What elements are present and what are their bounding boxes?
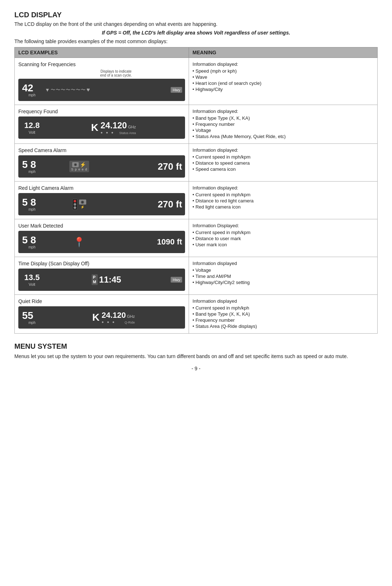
lcd-intro: The LCD display on the front of the unit… xyxy=(14,21,378,27)
lcd-cam-area: ⚡ S p e e d xyxy=(43,161,114,172)
lcd-display-user-mark: 5 8 mph 📍 1090 ft xyxy=(18,231,185,253)
user-mark-pin-icon: 📍 xyxy=(73,237,85,248)
lcd-speed-unit: mph xyxy=(28,207,35,211)
lcd-speed-unit: mph xyxy=(28,170,35,174)
lcd-distance-value: 270 ft xyxy=(158,161,182,172)
wave-icon: 〜〜〜〜〜〜〜 xyxy=(51,87,86,93)
lcd-display-frequency: 12.8 Volt K 24.120 GHz ● ● ● Status Area xyxy=(18,116,185,139)
arrow-down-icon: ▼ xyxy=(45,87,50,93)
row-label-time_display: Time Display (Scan Display Off) xyxy=(18,261,185,266)
table-intro: The following table provides examples of… xyxy=(14,38,378,44)
list-item: Status Area (Mute Memory, Quiet Ride, et… xyxy=(193,134,374,139)
speed-camera-icon: ⚡ S p e e d xyxy=(69,161,89,172)
lcd-distance-area: 270 ft xyxy=(114,161,182,172)
traffic-light-yellow xyxy=(74,203,76,206)
heart-icon: ♥ xyxy=(87,87,90,93)
lcd-speed-area: 42mph xyxy=(21,83,43,97)
lcd-display-speed-camera: 5 8 mph ⚡ S p e e d xyxy=(18,155,185,178)
lcd-wave-content: ▼ 〜〜〜〜〜〜〜 ♥ xyxy=(45,87,90,93)
lcd-speed-area: 5 8 mph xyxy=(21,235,43,249)
list-item: Speed (mph or kph) xyxy=(193,68,374,74)
lcd-volt-area: 12.8 Volt xyxy=(21,121,43,134)
row-label-speed_camera: Speed Camera Alarm xyxy=(18,147,185,153)
lcd-cell-user_mark: User Mark Detected 5 8 mph 📍 1090 ft xyxy=(15,219,189,257)
lcd-display-redlight: 5 8 mph ⚡ xyxy=(18,193,185,215)
list-item: Highway/City/City2 setting xyxy=(193,280,374,285)
traffic-light-red xyxy=(74,200,76,202)
meaning-list-frequency: Band type Type (X, K, KA)Frequency numbe… xyxy=(193,115,374,139)
lcd-speed-value: 55 xyxy=(22,311,42,321)
lcd-cell-scanning: Scanning for FrequenciesDisplays to indi… xyxy=(15,58,189,105)
list-item: Time and AM/PM xyxy=(193,274,374,279)
lcd-distance-value: 1090 ft xyxy=(157,237,182,247)
meaning-label-scanning: Information displayed: xyxy=(193,61,374,67)
lcd-qride-status: Q-Ride xyxy=(125,321,135,324)
meaning-cell-redlight: Information displayed:Current speed in m… xyxy=(189,182,377,219)
lcd-volt-unit: Volt xyxy=(29,282,35,287)
meaning-list-user_mark: Current speed in mph/kpmDistance to user… xyxy=(193,230,374,247)
lcd-dots-status: ● ● ● Q-Ride xyxy=(102,320,135,324)
lcd-distance-area: 1090 ft xyxy=(114,237,182,247)
traffic-light-green xyxy=(74,206,76,209)
lcd-cell-speed_camera: Speed Camera Alarm 5 8 mph ⚡ S p e e d xyxy=(15,144,189,182)
list-item: Frequency number xyxy=(193,317,374,323)
list-item: Speed camera icon xyxy=(193,166,374,172)
lcd-display-time: 13.5 Volt PM 11:45 Hwy xyxy=(18,269,185,291)
lcd-distance-area: 270 ft xyxy=(114,199,182,210)
lcd-freq-detail: 24.120 GHz ● ● ● Q-Ride xyxy=(102,311,135,324)
lcd-speed-unit: mph xyxy=(28,245,35,249)
lcd-freq-area: K 24.120 GHz ● ● ● Status Area xyxy=(43,120,182,135)
lcd-cell-frequency: Frequency Found 12.8 Volt K 24.120 GHz ●… xyxy=(15,105,189,144)
list-item: Current speed in mph/kph xyxy=(193,305,374,311)
meaning-list-scanning: Speed (mph or kph)WaveHeart icon (end of… xyxy=(193,68,374,92)
lcd-volt-unit: Volt xyxy=(29,130,35,134)
meaning-label-speed_camera: Information displayed: xyxy=(193,147,374,153)
list-item: Heart icon (end of search cycle) xyxy=(193,81,374,86)
meaning-list-speed_camera: Current speed in mph/kpmDistance to spee… xyxy=(193,154,374,172)
lcd-time-area: PM 11:45 xyxy=(43,274,168,285)
meaning-cell-time_display: Information displayedVoltageTime and AM/… xyxy=(189,257,377,295)
lcd-qride-freq-area: K 24.120 GHz ● ● ● Q-Ride xyxy=(43,311,182,324)
lcd-time-value: 11:45 xyxy=(99,275,121,285)
camera-body xyxy=(72,162,79,167)
list-item: Wave xyxy=(193,74,374,80)
lcd-freq-row: 24.120 GHz xyxy=(102,311,135,320)
list-item: Highway/City xyxy=(193,87,374,92)
lcd-freq-unit: GHz xyxy=(128,125,136,129)
list-item: Status Area (Q-Ride displays) xyxy=(193,324,374,329)
lcd-volt-area: 13.5 Volt xyxy=(21,273,43,287)
redlight-cam-lens-area xyxy=(79,200,86,205)
lcd-speed-area: 55 mph xyxy=(21,311,43,325)
lcd-freq-detail: 24.120 GHz ● ● ● Status Area xyxy=(101,120,136,135)
meaning-cell-user_mark: Information Displayed:Current speed in m… xyxy=(189,219,377,257)
speed-label: S p e e d xyxy=(71,168,87,171)
redlight-cam-lens xyxy=(81,201,84,204)
lcd-speed-area: 5 8 mph xyxy=(21,160,43,174)
row-label-user_mark: User Mark Detected xyxy=(18,223,185,229)
lcd-display-quiet-ride: 55 mph K 24.120 GHz ● ● ● Q-Ride xyxy=(18,306,185,329)
meaning-cell-scanning: Information displayed:Speed (mph or kph)… xyxy=(189,58,377,105)
meaning-cell-speed_camera: Information displayed:Current speed in m… xyxy=(189,144,377,182)
list-item: Red light camera icon xyxy=(193,204,374,210)
redlight-flash: ⚡ xyxy=(80,205,84,209)
lcd-band-type: K xyxy=(91,122,98,133)
lcd-volt-value: 13.5 xyxy=(24,273,40,282)
list-item: Current speed in mph/kpm xyxy=(193,154,374,160)
lcd-speed-value: 42 xyxy=(22,83,42,93)
lcd-hwy-area: Hwy xyxy=(168,277,182,283)
list-item: Voltage xyxy=(193,128,374,133)
meaning-cell-frequency: Information displayed:Band type Type (X,… xyxy=(189,105,377,144)
list-item: User mark icon xyxy=(193,242,374,247)
list-item: Voltage xyxy=(193,267,374,273)
lcd-signal-dots: ● ● ● xyxy=(102,320,116,324)
row-label-redlight: Red Light Camera Alarm xyxy=(18,185,185,191)
traffic-light-icon xyxy=(72,199,78,210)
list-item: Current speed in mph/kpm xyxy=(193,192,374,197)
lcd-volt-value: 12.8 xyxy=(24,121,40,130)
meaning-label-frequency: Information displayed: xyxy=(193,109,374,114)
list-item: Distance to red light camera xyxy=(193,198,374,203)
flash-icon: ⚡ xyxy=(80,162,86,168)
lcd-distance-value: 270 ft xyxy=(158,199,182,210)
speed-cam-box: ⚡ S p e e d xyxy=(69,161,89,172)
lcd-section-title: LCD DISPLAY xyxy=(14,11,378,19)
